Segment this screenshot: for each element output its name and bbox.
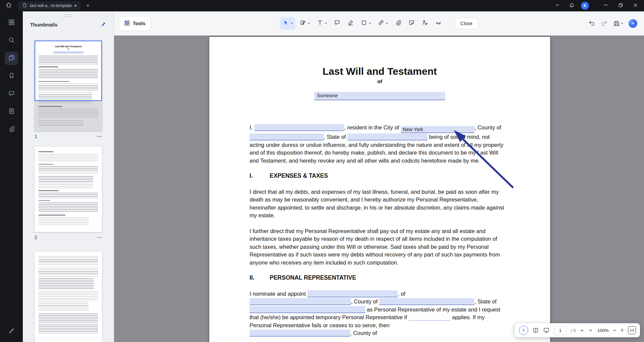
document-fields-button[interactable] — [5, 105, 18, 118]
tools-button[interactable]: Tools — [119, 16, 151, 31]
zoom-level-label: 100% — [597, 328, 609, 333]
active-form-field[interactable] — [409, 314, 450, 321]
left-icon-rail — [0, 11, 23, 342]
attachments-button[interactable] — [5, 123, 18, 136]
apps-grid-button[interactable] — [5, 16, 18, 30]
page-thumbnails-icon — [8, 54, 15, 63]
sign-tool-button[interactable] — [419, 17, 431, 30]
page-thumbnail-1[interactable]: Last Will and Testament of — [35, 41, 102, 131]
representative-county-field[interactable] — [379, 298, 474, 305]
bookmark-icon — [8, 72, 15, 80]
square-shape-icon — [361, 19, 367, 27]
restore-icon — [618, 2, 624, 9]
collapse-bar-button[interactable] — [519, 326, 528, 335]
maximize-button[interactable] — [616, 1, 625, 10]
heading-personal-representative: II.PERSONAL REPRESENTATIVE — [250, 274, 504, 282]
document-tab[interactable]: last-will-a...nt-template — [18, 1, 80, 10]
pdf-page-1: Last Will and Testament of Someone I, , … — [209, 37, 550, 342]
search-button[interactable] — [5, 34, 18, 47]
ruler-icon — [378, 19, 384, 27]
account-avatar[interactable]: K — [581, 2, 589, 10]
testator-name-field[interactable]: Someone — [314, 92, 445, 100]
attach-file-tool-button[interactable] — [392, 17, 404, 30]
quick-pen-button[interactable] — [5, 325, 18, 338]
page-total-label: / 5 — [571, 328, 576, 333]
signature-tool-button[interactable] — [433, 17, 444, 30]
page-2-more-button[interactable]: ⋯ — [97, 236, 102, 239]
home-button[interactable] — [4, 1, 13, 10]
edit-icon — [300, 19, 306, 27]
doc-lines-icon — [8, 108, 15, 116]
page-number-input[interactable] — [554, 326, 567, 335]
view-control-bar: / 5 100% − + 1:1 — [515, 323, 640, 337]
thumbnails-panel-title: Thumbnails — [30, 22, 57, 27]
zoom-in-button[interactable]: + — [620, 327, 624, 333]
text-tool-caret — [325, 23, 327, 24]
pen-tool-icon — [8, 327, 15, 336]
undo-button[interactable] — [588, 20, 595, 27]
chevron-down-icon — [554, 2, 560, 9]
tab-title: last-will-a...nt-template — [30, 3, 72, 8]
home-icon — [5, 2, 12, 10]
next-page-button[interactable] — [588, 328, 593, 333]
notifications-button[interactable] — [567, 1, 576, 10]
close-icon — [633, 2, 638, 9]
edit-tool-caret — [308, 23, 310, 24]
save-button[interactable] — [613, 20, 623, 27]
minimize-button[interactable] — [601, 1, 610, 10]
city-field[interactable]: New York — [401, 126, 475, 133]
measure-tool-button[interactable] — [375, 17, 391, 30]
document-canvas[interactable]: Last Will and Testament of Someone I, , … — [114, 36, 644, 342]
page-1-more-button[interactable]: ⋯ — [97, 135, 102, 138]
thumbnail-dim-overlay — [35, 101, 102, 131]
comments-button[interactable] — [5, 87, 18, 101]
bookmarks-button[interactable] — [5, 69, 18, 83]
presentation-mode-button[interactable] — [543, 327, 550, 334]
viewport-indicator[interactable] — [35, 41, 102, 101]
pin-panel-button[interactable] — [100, 21, 106, 29]
full-name-field[interactable] — [254, 124, 344, 131]
county-field[interactable] — [250, 133, 324, 140]
new-tab-button[interactable]: + — [84, 2, 92, 10]
unsaved-indicator-dot — [74, 5, 76, 7]
paragraph-nomination-continued: , County of — [250, 329, 504, 337]
app-window: last-will-a...nt-template + K — [0, 0, 644, 342]
paragraph-nomination: I nominate and appoint , of , County of … — [250, 290, 504, 330]
alternate-representative-field[interactable] — [250, 330, 350, 337]
tab-list-button[interactable] — [553, 1, 562, 10]
add-text-tool-button[interactable] — [314, 17, 330, 30]
redo-button[interactable] — [601, 20, 608, 27]
heading-expenses-taxes: I.EXPENSES & TAXES — [250, 172, 504, 180]
representative-name-field[interactable] — [307, 290, 397, 297]
edit-tool-button[interactable] — [297, 17, 313, 30]
page-number-label-1: 1 — [35, 134, 37, 139]
highlighter-tool-button[interactable] — [345, 17, 357, 30]
representative-state-field[interactable] — [250, 306, 365, 313]
speech-bubble-icon — [334, 19, 340, 27]
previous-page-button[interactable] — [580, 328, 585, 333]
page-thumbnail-2[interactable] — [35, 147, 102, 232]
close-tools-button[interactable]: Close — [455, 18, 478, 29]
state-field[interactable] — [347, 133, 428, 140]
paperclip-icon — [8, 125, 15, 134]
main-area: Tools — [114, 11, 644, 342]
comment-tool-button[interactable] — [331, 17, 343, 30]
actual-size-button[interactable]: 1:1 — [628, 326, 636, 334]
page-thumbnail-3[interactable] — [35, 251, 102, 342]
shapes-tool-button[interactable] — [358, 17, 374, 30]
zoom-out-button[interactable]: − — [613, 327, 616, 333]
bell-icon — [569, 2, 575, 10]
thumbnail-panel-button[interactable] — [5, 52, 18, 65]
paragraph-taxes: I further direct that my Personal Repres… — [250, 227, 504, 267]
ai-assistant-button[interactable] — [629, 19, 637, 28]
select-tool-caret — [291, 23, 293, 24]
stamp-tool-button[interactable] — [406, 17, 418, 30]
shapes-tool-caret — [369, 23, 371, 24]
reading-mode-button[interactable] — [532, 327, 539, 334]
cursor-icon — [283, 19, 289, 27]
document-body: I, , resident in the City of New York, C… — [250, 124, 504, 337]
close-window-button[interactable] — [631, 1, 640, 10]
select-tool-button[interactable] — [280, 17, 296, 30]
representative-city-field[interactable] — [250, 298, 351, 305]
panel-drag-handle[interactable] — [65, 14, 71, 17]
